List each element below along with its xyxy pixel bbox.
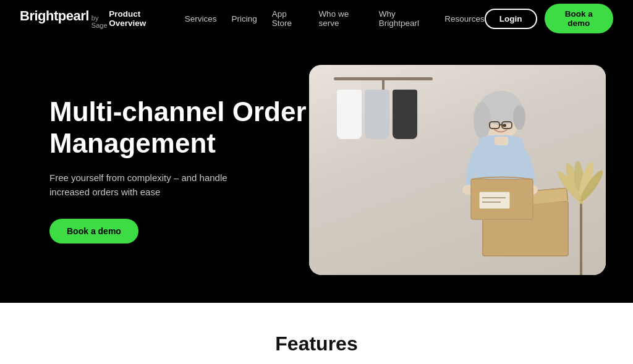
- book-demo-nav-button[interactable]: Book a demo: [545, 4, 613, 33]
- login-button[interactable]: Login: [485, 9, 537, 29]
- nav-item-who-we-serve[interactable]: Who we serve: [318, 9, 363, 28]
- nav-item-resources[interactable]: Resources: [444, 14, 485, 23]
- hero-image-area: [309, 65, 606, 275]
- logo-by-sage: by Sage: [91, 14, 109, 29]
- features-section: Features: [0, 303, 633, 364]
- nav-links: Product Overview Services Pricing App St…: [109, 9, 485, 28]
- hero-content: Multi-channel Order Management Free your…: [49, 96, 309, 243]
- hero-section: Multi-channel Order Management Free your…: [0, 37, 633, 303]
- svg-point-10: [513, 105, 525, 130]
- svg-rect-17: [479, 192, 510, 209]
- hero-subtitle: Free yourself from complexity – and hand…: [49, 171, 260, 199]
- nav-item-why-brightpearl[interactable]: Why Brightpearl: [379, 9, 430, 28]
- svg-rect-20: [495, 137, 508, 145]
- book-demo-hero-button[interactable]: Book a demo: [49, 219, 138, 243]
- logo-name: Brightpearl: [20, 8, 89, 24]
- hero-title: Multi-channel Order Management: [49, 96, 309, 159]
- svg-point-9: [474, 102, 491, 139]
- nav-item-product-overview[interactable]: Product Overview: [109, 9, 170, 28]
- logo[interactable]: Brightpearl by Sage: [20, 8, 109, 29]
- nav-item-services[interactable]: Services: [185, 14, 217, 23]
- nav-actions: Login Book a demo: [485, 4, 613, 33]
- hero-image: [309, 65, 606, 275]
- features-title: Features: [37, 332, 596, 355]
- svg-point-21: [503, 124, 506, 127]
- nav-item-app-store[interactable]: App Store: [272, 9, 304, 28]
- clothes-rack: [328, 77, 439, 158]
- woman-figure: [433, 83, 556, 275]
- plant-decoration: [550, 139, 606, 275]
- hero-scene-graphic: [309, 65, 606, 275]
- nav-item-pricing[interactable]: Pricing: [232, 14, 257, 23]
- navigation: Brightpearl by Sage Product Overview Ser…: [0, 0, 633, 37]
